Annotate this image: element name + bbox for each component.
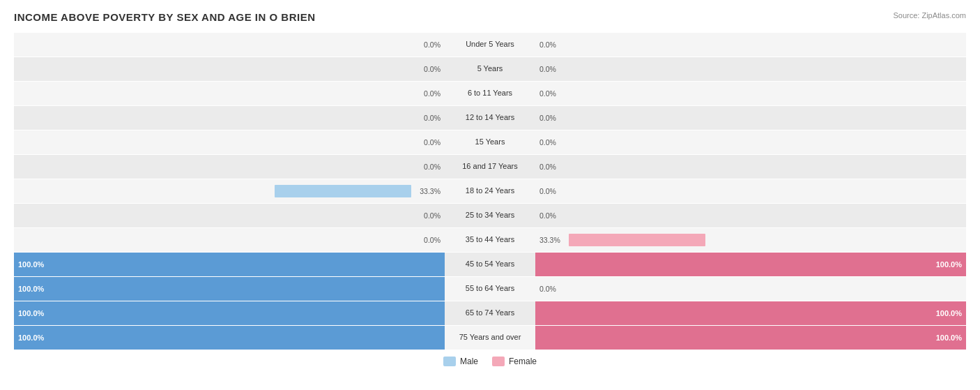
female-value: 0.0% bbox=[539, 211, 565, 220]
age-label: 5 Years bbox=[445, 57, 535, 81]
male-value: 0.0% bbox=[415, 40, 441, 49]
left-section: 100.0% bbox=[14, 301, 445, 325]
chart-legend: Male Female bbox=[14, 357, 966, 366]
right-section: 100.0% bbox=[535, 326, 966, 350]
age-label: 45 to 54 Years bbox=[445, 253, 535, 276]
bar-row: 33.3%18 to 24 Years0.0% bbox=[14, 179, 966, 203]
female-swatch bbox=[492, 357, 505, 366]
bar-row: 100.0%65 to 74 Years100.0% bbox=[14, 301, 966, 325]
right-section: 0.0% bbox=[535, 155, 966, 179]
bar-row: 0.0%5 Years0.0% bbox=[14, 57, 966, 81]
age-label: 6 to 11 Years bbox=[445, 82, 535, 105]
age-label: 35 to 44 Years bbox=[445, 228, 535, 252]
legend-male: Male bbox=[443, 357, 478, 366]
female-value: 0.0% bbox=[539, 114, 565, 122]
right-section: 0.0% bbox=[535, 106, 966, 130]
legend-female: Female bbox=[492, 357, 537, 366]
female-value: 0.0% bbox=[539, 40, 565, 49]
male-value: 100.0% bbox=[18, 333, 44, 342]
bar-row: 100.0%55 to 64 Years0.0% bbox=[14, 277, 966, 301]
female-value: 0.0% bbox=[539, 65, 565, 73]
left-section: 0.0% bbox=[14, 155, 445, 179]
female-value: 100.0% bbox=[936, 309, 962, 317]
chart-source: Source: ZipAtlas.com bbox=[893, 11, 966, 20]
male-value: 100.0% bbox=[18, 309, 44, 317]
age-label: 65 to 74 Years bbox=[445, 301, 535, 325]
bar-row: 0.0%12 to 14 Years0.0% bbox=[14, 106, 966, 130]
female-value: 100.0% bbox=[936, 333, 962, 342]
female-bar bbox=[569, 234, 705, 246]
left-section: 0.0% bbox=[14, 228, 445, 252]
male-value: 100.0% bbox=[18, 260, 44, 269]
chart-title: INCOME ABOVE POVERTY BY SEX AND AGE IN O… bbox=[14, 11, 316, 23]
male-bar bbox=[275, 185, 411, 197]
right-section: 0.0% bbox=[535, 57, 966, 81]
male-value: 33.3% bbox=[415, 187, 441, 195]
chart-header: INCOME ABOVE POVERTY BY SEX AND AGE IN O… bbox=[14, 11, 966, 23]
female-value: 0.0% bbox=[539, 163, 565, 171]
bar-row: 0.0%25 to 34 Years0.0% bbox=[14, 204, 966, 227]
male-swatch bbox=[443, 357, 456, 366]
female-value: 0.0% bbox=[539, 138, 565, 147]
male-value: 100.0% bbox=[18, 285, 44, 293]
bar-row: 0.0%35 to 44 Years33.3% bbox=[14, 228, 966, 252]
age-label: 12 to 14 Years bbox=[445, 106, 535, 130]
right-section: 0.0% bbox=[535, 33, 966, 57]
left-section: 100.0% bbox=[14, 277, 445, 301]
left-section: 33.3% bbox=[14, 179, 445, 203]
male-value: 0.0% bbox=[415, 65, 441, 73]
right-section: 0.0% bbox=[535, 277, 966, 301]
age-label: 75 Years and over bbox=[445, 326, 535, 350]
right-section: 100.0% bbox=[535, 301, 966, 325]
female-value: 0.0% bbox=[539, 89, 565, 98]
right-section: 33.3% bbox=[535, 228, 966, 252]
male-value: 0.0% bbox=[415, 89, 441, 98]
bar-row: 0.0%16 and 17 Years0.0% bbox=[14, 155, 966, 179]
left-section: 0.0% bbox=[14, 82, 445, 105]
female-value: 100.0% bbox=[936, 260, 962, 269]
left-section: 0.0% bbox=[14, 57, 445, 81]
age-label: 18 to 24 Years bbox=[445, 179, 535, 203]
bar-row: 100.0%75 Years and over100.0% bbox=[14, 326, 966, 350]
bar-row: 100.0%45 to 54 Years100.0% bbox=[14, 253, 966, 276]
left-section: 100.0% bbox=[14, 326, 445, 350]
age-label: 16 and 17 Years bbox=[445, 155, 535, 179]
male-value: 0.0% bbox=[415, 138, 441, 147]
bar-row: 0.0%Under 5 Years0.0% bbox=[14, 33, 966, 57]
left-section: 100.0% bbox=[14, 253, 445, 276]
male-value: 0.0% bbox=[415, 236, 441, 244]
age-label: 25 to 34 Years bbox=[445, 204, 535, 227]
bar-row: 0.0%6 to 11 Years0.0% bbox=[14, 82, 966, 105]
right-section: 0.0% bbox=[535, 179, 966, 203]
age-label: 55 to 64 Years bbox=[445, 277, 535, 301]
age-label: Under 5 Years bbox=[445, 33, 535, 57]
bar-row: 0.0%15 Years0.0% bbox=[14, 130, 966, 154]
right-section: 0.0% bbox=[535, 130, 966, 154]
female-value: 0.0% bbox=[539, 285, 565, 293]
male-label: Male bbox=[460, 357, 478, 366]
female-label: Female bbox=[509, 357, 537, 366]
right-section: 100.0% bbox=[535, 253, 966, 276]
left-section: 0.0% bbox=[14, 106, 445, 130]
right-section: 0.0% bbox=[535, 82, 966, 105]
left-section: 0.0% bbox=[14, 33, 445, 57]
age-label: 15 Years bbox=[445, 130, 535, 154]
left-section: 0.0% bbox=[14, 204, 445, 227]
female-value: 0.0% bbox=[539, 187, 565, 195]
male-value: 0.0% bbox=[415, 163, 441, 171]
male-value: 0.0% bbox=[415, 114, 441, 122]
male-value: 0.0% bbox=[415, 211, 441, 220]
left-section: 0.0% bbox=[14, 130, 445, 154]
female-value: 33.3% bbox=[539, 236, 565, 244]
right-section: 0.0% bbox=[535, 204, 966, 227]
chart-area: 0.0%Under 5 Years0.0%0.0%5 Years0.0%0.0%… bbox=[14, 33, 966, 350]
